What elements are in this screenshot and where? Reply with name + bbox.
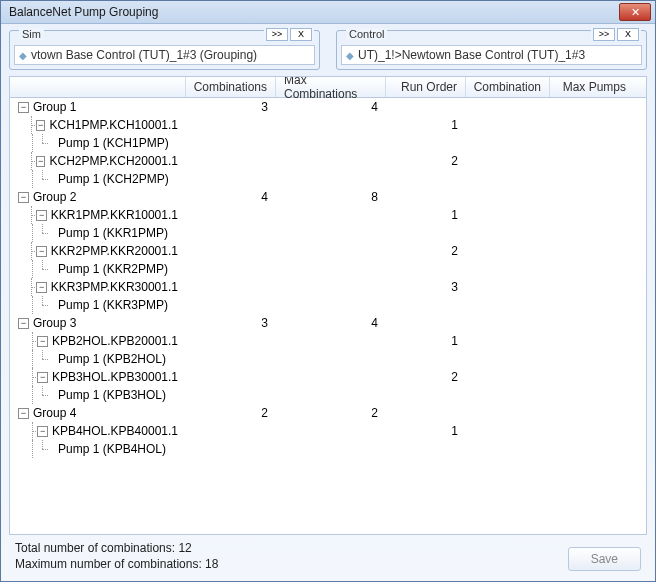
table-row[interactable]: Pump 1 (KPB4HOL) [10,440,646,458]
tree-cell[interactable]: Pump 1 (KCH2PMP) [10,170,186,188]
collapse-icon[interactable]: − [36,120,46,131]
table-row[interactable]: Pump 1 (KCH2PMP) [10,170,646,188]
cell-run-order: 3 [386,280,466,294]
cell-max-combinations: 4 [276,316,386,330]
collapse-icon[interactable]: − [18,318,29,329]
control-clear-button[interactable]: X [617,28,639,41]
cell-run-order: 1 [386,118,466,132]
save-button[interactable]: Save [568,547,641,571]
column-header-run-order[interactable]: Run Order [386,77,466,97]
tree-cell[interactable]: −Group 3 [10,316,186,330]
tree-cell[interactable]: Pump 1 (KPB2HOL) [10,350,186,368]
sim-value-field[interactable]: ◆ vtown Base Control (TUT)_1#3 (Grouping… [14,45,315,65]
table-row[interactable]: Pump 1 (KPB2HOL) [10,350,646,368]
table-row[interactable]: −KCH2PMP.KCH20001.12 [10,152,646,170]
tree-cell[interactable]: Pump 1 (KKR2PMP) [10,260,186,278]
column-header-tree[interactable] [10,77,186,97]
control-value-field[interactable]: ◆ UT)_1!>Newtown Base Control (TUT)_1#3 [341,45,642,65]
collapse-icon[interactable]: − [36,210,46,221]
collapse-icon[interactable]: − [37,336,48,347]
titlebar: BalanceNet Pump Grouping ✕ [1,1,655,24]
cell-run-order: 1 [386,334,466,348]
document-icon: ◆ [19,50,27,61]
tree-cell[interactable]: −Group 2 [10,190,186,204]
collapse-icon[interactable]: − [18,192,29,203]
sim-dropzone: Sim >> X ◆ vtown Base Control (TUT)_1#3 … [9,30,320,70]
pump-label: Pump 1 (KKR1PMP) [58,226,168,240]
tree-cell[interactable]: Pump 1 (KKR3PMP) [10,296,186,314]
table-row[interactable]: Pump 1 (KKR1PMP) [10,224,646,242]
column-header-combinations[interactable]: Combinations [186,77,276,97]
pump-label: Pump 1 (KKR2PMP) [58,262,168,276]
tree-cell[interactable]: −KKR2PMP.KKR20001.1 [10,242,186,260]
table-row[interactable]: −KCH1PMP.KCH10001.11 [10,116,646,134]
pump-label: Pump 1 (KPB2HOL) [58,352,166,366]
control-expand-button[interactable]: >> [593,28,615,41]
cell-max-combinations: 8 [276,190,386,204]
collapse-icon[interactable]: − [36,246,46,257]
cell-run-order: 1 [386,208,466,222]
node-label: KKR1PMP.KKR10001.1 [51,208,178,222]
table-row[interactable]: −Group 422 [10,404,646,422]
tree-cell[interactable]: −KCH2PMP.KCH20001.1 [10,152,186,170]
footer: Total number of combinations: 12 Maximum… [9,535,647,575]
tree-cell[interactable]: −KPB3HOL.KPB30001.1 [10,368,186,386]
pump-label: Pump 1 (KPB3HOL) [58,388,166,402]
grid-body[interactable]: −Group 134−KCH1PMP.KCH10001.11Pump 1 (KC… [10,98,646,534]
control-label: Control [346,28,387,40]
column-header-max-combinations[interactable]: Max Combinations [276,77,386,97]
column-header-max-pumps[interactable]: Max Pumps [550,77,634,97]
document-icon: ◆ [346,50,354,61]
table-row[interactable]: −KKR1PMP.KKR10001.11 [10,206,646,224]
table-row[interactable]: −Group 248 [10,188,646,206]
table-row[interactable]: −KKR3PMP.KKR30001.13 [10,278,646,296]
tree-cell[interactable]: −KPB4HOL.KPB40001.1 [10,422,186,440]
window-title: BalanceNet Pump Grouping [9,5,619,19]
table-row[interactable]: Pump 1 (KKR2PMP) [10,260,646,278]
close-button[interactable]: ✕ [619,3,651,21]
collapse-icon[interactable]: − [37,372,48,383]
collapse-icon[interactable]: − [36,156,46,167]
tree-cell[interactable]: Pump 1 (KCH1PMP) [10,134,186,152]
tree-cell[interactable]: Pump 1 (KPB4HOL) [10,440,186,458]
node-label: KPB2HOL.KPB20001.1 [52,334,178,348]
collapse-icon[interactable]: − [37,426,48,437]
collapse-icon[interactable]: − [18,408,29,419]
node-label: KKR2PMP.KKR20001.1 [51,244,178,258]
tree-cell[interactable]: Pump 1 (KKR1PMP) [10,224,186,242]
cell-run-order: 2 [386,244,466,258]
sim-clear-button[interactable]: X [290,28,312,41]
tree-cell[interactable]: −Group 4 [10,406,186,420]
node-label: KCH1PMP.KCH10001.1 [49,118,178,132]
control-value-text: UT)_1!>Newtown Base Control (TUT)_1#3 [358,48,585,62]
group-label: Group 3 [33,316,76,330]
collapse-icon[interactable]: − [36,282,46,293]
node-label: KCH2PMP.KCH20001.1 [49,154,178,168]
table-row[interactable]: −KPB3HOL.KPB30001.12 [10,368,646,386]
collapse-icon[interactable]: − [18,102,29,113]
table-row[interactable]: −Group 134 [10,98,646,116]
table-row[interactable]: Pump 1 (KKR3PMP) [10,296,646,314]
tree-cell[interactable]: −KCH1PMP.KCH10001.1 [10,116,186,134]
tree-cell[interactable]: Pump 1 (KPB3HOL) [10,386,186,404]
cell-combinations: 4 [186,190,276,204]
cell-combinations: 2 [186,406,276,420]
table-row[interactable]: −KKR2PMP.KKR20001.12 [10,242,646,260]
pump-label: Pump 1 (KKR3PMP) [58,298,168,312]
cell-run-order: 2 [386,370,466,384]
table-row[interactable]: −Group 334 [10,314,646,332]
tree-cell[interactable]: −KKR1PMP.KKR10001.1 [10,206,186,224]
table-row[interactable]: Pump 1 (KCH1PMP) [10,134,646,152]
pump-label: Pump 1 (KPB4HOL) [58,442,166,456]
group-label: Group 2 [33,190,76,204]
sim-expand-button[interactable]: >> [266,28,288,41]
table-row[interactable]: −KPB4HOL.KPB40001.11 [10,422,646,440]
column-header-combination[interactable]: Combination [466,77,550,97]
group-label: Group 1 [33,100,76,114]
tree-cell[interactable]: −KKR3PMP.KKR30001.1 [10,278,186,296]
tree-cell[interactable]: −Group 1 [10,100,186,114]
table-row[interactable]: Pump 1 (KPB3HOL) [10,386,646,404]
close-icon: ✕ [631,7,640,18]
tree-cell[interactable]: −KPB2HOL.KPB20001.1 [10,332,186,350]
table-row[interactable]: −KPB2HOL.KPB20001.11 [10,332,646,350]
